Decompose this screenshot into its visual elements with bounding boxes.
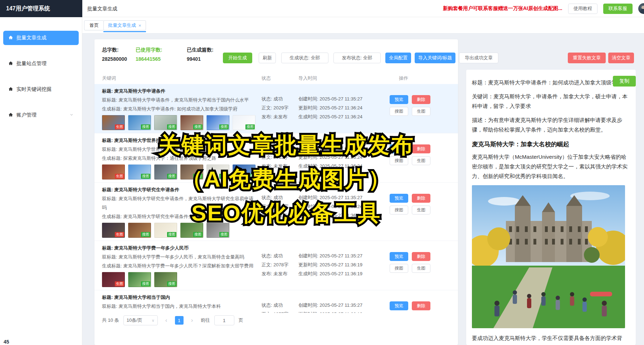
thumbnail-badge: 搜图 bbox=[219, 232, 229, 237]
search-image-button[interactable]: 搜图 bbox=[390, 206, 408, 215]
generate-image-button[interactable]: 生图 bbox=[412, 206, 430, 215]
preview-button[interactable]: 预览 bbox=[390, 252, 408, 261]
start-generate-button[interactable]: 开始生成 bbox=[223, 53, 252, 63]
delete-button[interactable]: 删除 bbox=[412, 95, 430, 104]
global-config-button[interactable]: 全局配置 bbox=[385, 53, 411, 63]
table-row[interactable]: 标题: 麦克马斯特大学学费一年多少人民币 双标题: 麦克马斯特大学学费一年多少人… bbox=[94, 241, 458, 290]
goto-page-input[interactable] bbox=[214, 315, 234, 325]
page-number-1[interactable]: 1 bbox=[175, 316, 184, 325]
article-thumbnail[interactable]: 搜图 bbox=[206, 164, 229, 179]
preview-button[interactable]: 预览 bbox=[390, 95, 408, 104]
article-thumbnail[interactable]: 搜图 bbox=[154, 115, 177, 130]
operations-cell: 预览 删除 搜图 生图 bbox=[390, 136, 440, 179]
page-size-select[interactable]: 10条/页 ∨ bbox=[123, 315, 158, 325]
import-keywords-button[interactable]: 导入关键词/标题 bbox=[415, 53, 455, 63]
article-thumbnail[interactable]: 搜图 bbox=[154, 223, 177, 238]
preview-button[interactable]: 预览 bbox=[390, 301, 408, 310]
stat-used-words: 已使用字数: 186441565 bbox=[136, 47, 162, 62]
wordcount-line: 正文: 2078字 bbox=[262, 260, 298, 269]
article-thumbnail[interactable]: 搜图 bbox=[128, 223, 151, 238]
article-thumbnail[interactable]: 生图 bbox=[102, 115, 125, 130]
article-title: 标题: 麦克马斯特大学研究生申请条件 bbox=[102, 185, 256, 194]
table-row[interactable]: 标题: 麦克马斯特大学申请条件 双标题: 麦克马斯特大学申请条件，麦克马斯特大学… bbox=[94, 84, 458, 133]
updated-time: 更新时间: 2025-05-27 11:36:19 bbox=[298, 260, 390, 269]
article-thumbnail[interactable]: 搜图 bbox=[128, 115, 151, 130]
updated-time: 更新时间: 2025-05-27 11:36:24 bbox=[298, 153, 390, 162]
article-preview-panel: 标题：麦克马斯特大学申请条件：如何成功进入加拿大顶级学府 关键词：麦克马斯特大学… bbox=[466, 70, 636, 345]
tab-close-icon[interactable]: × bbox=[138, 23, 141, 28]
publish-line: 发布: 未发布 bbox=[262, 162, 298, 171]
article-thumbnail[interactable]: 搜图 bbox=[180, 115, 203, 130]
keyword-cell: 标题: 麦克马斯特大学世界排名 双标题: 麦克马斯特大学世界排名，麦克马斯特大学… bbox=[102, 136, 256, 179]
sidebar-item-batch-site[interactable]: 批量站点管理 bbox=[3, 56, 79, 71]
home-icon bbox=[8, 87, 13, 93]
article-generated-title: 生成标题: 麦克马斯特大学学费一年多少人民币？深度解析加拿大留学费用 bbox=[102, 261, 256, 270]
sidebar-item-account[interactable]: 账户管理 bbox=[3, 108, 79, 122]
user-avatar[interactable] bbox=[638, 3, 644, 14]
sidebar-item-batch-article[interactable]: 批量文章生成 bbox=[3, 31, 79, 45]
preview-title: 标题：麦克马斯特大学申请条件：如何成功进入加拿大顶级学府 bbox=[472, 78, 630, 87]
keyword-cell: 标题: 麦克马斯特大学相当于国内 双标题: 麦克马斯特大学相当于国内，麦克马斯特… bbox=[102, 293, 256, 313]
tab-label: 首页 bbox=[89, 22, 99, 29]
article-thumbnail[interactable]: 搜图 bbox=[154, 272, 177, 287]
article-thumbnail[interactable]: 搜图 bbox=[233, 164, 255, 179]
promo-text: 新购套餐用户可联系客服赠送一万张AI原创生成配图... bbox=[443, 5, 562, 12]
delete-button[interactable]: 删除 bbox=[412, 144, 430, 153]
article-double-title: 双标题: 麦克马斯特大学申请条件，麦克马斯特大学相当于国内什么水平 bbox=[102, 95, 256, 104]
thumbnail-badge: 生图 bbox=[115, 174, 124, 179]
table-row[interactable]: 标题: 麦克马斯特大学相当于国内 双标题: 麦克马斯特大学相当于国内，麦克马斯特… bbox=[94, 290, 458, 313]
publish-line: 发布: 未发布 bbox=[262, 269, 298, 278]
table-row[interactable]: 标题: 麦克马斯特大学世界排名 双标题: 麦克马斯特大学世界排名，麦克马斯特大学… bbox=[94, 133, 458, 183]
article-thumbnail[interactable]: 搜图 bbox=[206, 223, 229, 238]
prev-page-button[interactable]: ‹ bbox=[162, 316, 171, 325]
generate-status-filter[interactable]: 生成状态: 全部 bbox=[281, 53, 328, 63]
preview-button[interactable]: 预览 bbox=[390, 194, 408, 203]
table-row[interactable]: 标题: 麦克马斯特大学研究生申请条件 双标题: 麦克马斯特大学研究生申请条件，麦… bbox=[94, 183, 458, 241]
operations-cell: 预览 删除 搜图 生图 bbox=[390, 293, 440, 313]
tab-batch-article[interactable]: 批量文章生成 × bbox=[103, 20, 146, 30]
sidebar-item-keyword-mining[interactable]: 实时关键词挖掘 bbox=[3, 82, 79, 97]
copy-button[interactable]: 复制 bbox=[613, 76, 636, 87]
reset-failed-button[interactable]: 重置失败文章 bbox=[568, 53, 606, 63]
search-image-button[interactable]: 搜图 bbox=[390, 107, 408, 116]
generate-image-button[interactable]: 生图 bbox=[412, 264, 430, 273]
search-image-button[interactable]: 搜图 bbox=[390, 264, 408, 273]
publish-status-filter[interactable]: 发布状态: 全部 bbox=[333, 53, 381, 63]
article-thumbnail[interactable]: 搜图 bbox=[128, 272, 151, 287]
article-thumbnail[interactable]: 搜图 bbox=[180, 164, 203, 179]
delete-button[interactable]: 删除 bbox=[412, 301, 430, 310]
preview-button[interactable]: 预览 bbox=[390, 144, 408, 153]
export-success-button[interactable]: 导出成功文章 bbox=[459, 53, 498, 63]
delete-button[interactable]: 删除 bbox=[412, 252, 430, 261]
article-thumbnail[interactable]: 生图 bbox=[102, 223, 125, 238]
corner-note: 45 bbox=[4, 339, 9, 345]
thumbnail-badge: 搜图 bbox=[193, 174, 203, 179]
article-thumbnail[interactable]: 生图 bbox=[102, 164, 125, 179]
article-thumbnail[interactable]: 搜图 bbox=[233, 115, 255, 130]
generate-image-button[interactable]: 生图 bbox=[412, 107, 430, 116]
created-time: 创建时间: 2025-05-27 11:35:27 bbox=[298, 193, 390, 202]
time-cell: 创建时间: 2025-05-27 11:35:27 更新时间: 2025-05-… bbox=[298, 185, 390, 238]
next-page-button[interactable]: › bbox=[188, 316, 196, 325]
delete-button[interactable]: 删除 bbox=[412, 194, 430, 203]
article-thumbnail[interactable]: 搜图 bbox=[180, 223, 203, 238]
home-icon bbox=[8, 35, 13, 41]
sidebar: 批量文章生成 批量站点管理 实时关键词挖掘 账户管理 bbox=[0, 17, 82, 345]
column-keyword: 关键词 bbox=[102, 75, 116, 82]
generate-image-button[interactable]: 生图 bbox=[412, 156, 430, 165]
contact-support-button[interactable]: 联系客服 bbox=[603, 4, 633, 14]
article-thumbnail[interactable]: 生图 bbox=[102, 272, 125, 287]
tab-home[interactable]: 首页 bbox=[84, 20, 104, 30]
thumbnail-badge: 搜图 bbox=[167, 174, 176, 179]
tutorial-button[interactable]: 使用教程 bbox=[568, 4, 597, 14]
thumbnail-badge: 搜图 bbox=[193, 124, 203, 129]
chevron-down-icon: ∨ bbox=[152, 318, 155, 323]
search-image-button[interactable]: 搜图 bbox=[390, 156, 408, 165]
article-thumbnail[interactable]: 搜图 bbox=[154, 164, 177, 179]
article-thumbnail[interactable]: 搜图 bbox=[128, 164, 151, 179]
article-thumbnail[interactable]: 搜图 bbox=[206, 115, 229, 130]
status-line: 状态: 成功 bbox=[262, 94, 298, 103]
clear-articles-button[interactable]: 清空文章 bbox=[608, 53, 634, 63]
refresh-button[interactable]: 刷新 bbox=[259, 53, 276, 63]
article-double-title: 双标题: 麦克马斯特大学相当于国内，麦克马斯特大学本科 bbox=[102, 302, 256, 311]
